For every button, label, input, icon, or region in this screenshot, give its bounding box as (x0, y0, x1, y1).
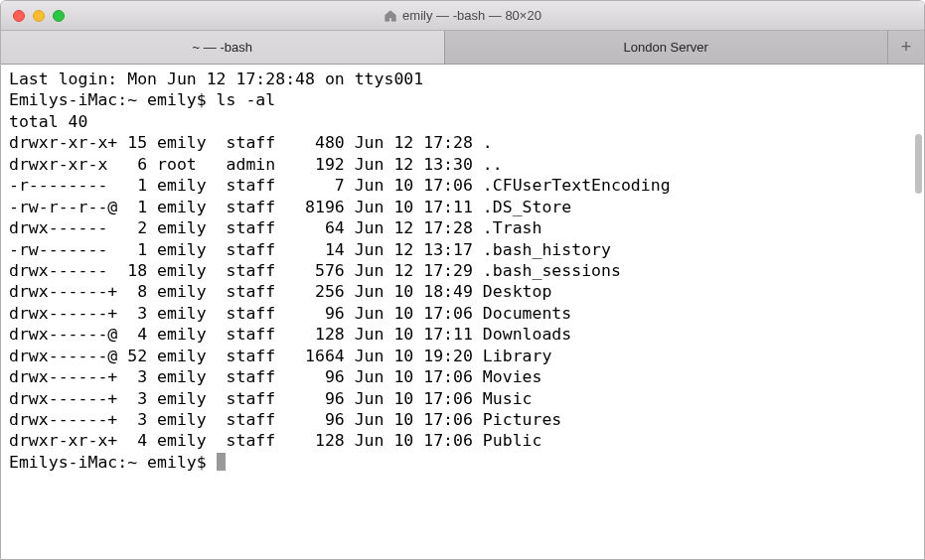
window-title-text: emily — -bash — 80×20 (402, 8, 541, 23)
plus-icon: + (901, 37, 912, 58)
terminal-window: emily — -bash — 80×20 ~ — -bash London S… (0, 0, 925, 560)
window-title: emily — -bash — 80×20 (1, 8, 924, 23)
home-icon (384, 9, 397, 23)
tab-label: London Server (624, 40, 708, 55)
tab-label: ~ — -bash (193, 40, 252, 55)
tab-bash[interactable]: ~ — -bash (1, 31, 445, 64)
close-icon[interactable] (13, 10, 25, 22)
terminal-text: Last login: Mon Jun 12 17:28:48 on ttys0… (9, 70, 671, 472)
traffic-lights (1, 10, 65, 22)
terminal-output[interactable]: Last login: Mon Jun 12 17:28:48 on ttys0… (1, 65, 924, 559)
tab-london-server[interactable]: London Server (445, 31, 889, 64)
new-tab-button[interactable]: + (888, 31, 924, 64)
terminal-cursor (217, 453, 226, 471)
scrollbar-thumb[interactable] (915, 134, 922, 194)
minimize-icon[interactable] (33, 10, 45, 22)
maximize-icon[interactable] (53, 10, 65, 22)
window-titlebar[interactable]: emily — -bash — 80×20 (1, 1, 924, 31)
tab-bar: ~ — -bash London Server + (1, 31, 924, 65)
